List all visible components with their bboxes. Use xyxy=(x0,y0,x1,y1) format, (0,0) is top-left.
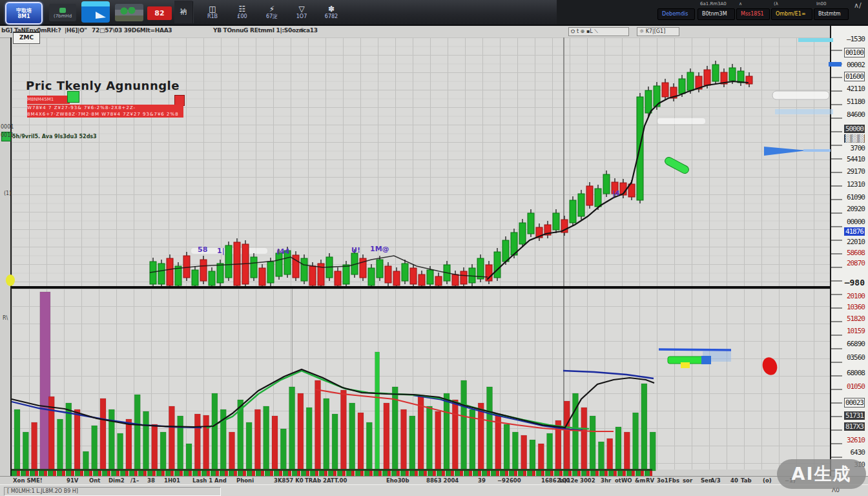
toolbar-separator xyxy=(192,1,194,23)
left-axis-label: R\ xyxy=(3,315,8,321)
toolbar-button-toplabel: In00 xyxy=(816,1,826,6)
time-label: Dim2 xyxy=(108,477,125,484)
market-tile-button[interactable]: (7bmHd xyxy=(49,4,76,21)
menu-segment[interactable]: 72□57\03 39D6MIt=HAA3 xyxy=(92,27,172,34)
toolbar-button-B0tnm3M[interactable]: B0tnm3M xyxy=(698,8,735,20)
price-label: 84600 xyxy=(847,110,865,119)
toolbar-icon-£00[interactable]: ☷£00 xyxy=(229,2,256,23)
menu-toolbox[interactable]: ⛭ t ⊕ ▪L ⟍ xyxy=(568,27,629,36)
ai-watermark: AI生成 xyxy=(777,459,866,489)
price-label: 10159 xyxy=(847,327,865,335)
time-label: Eho30b xyxy=(386,477,409,484)
time-label: (o) xyxy=(763,477,772,484)
time-label: Ont xyxy=(89,477,100,484)
price-label: 20870 xyxy=(847,259,865,267)
red-badge-button[interactable]: 82 xyxy=(147,6,172,20)
baseline-divider xyxy=(12,286,830,289)
price-label: 54410 xyxy=(847,155,865,163)
green-dot-icon xyxy=(59,8,66,13)
legend-text: 5h/9vril5. Ava 9ls3du3 52ds3 xyxy=(12,134,97,140)
price-label: 00002 xyxy=(847,61,865,69)
time-label: −92600 xyxy=(497,477,521,484)
vertical-gridline-minor xyxy=(292,289,293,470)
cjk-tile-button[interactable]: 衲 xyxy=(174,1,192,23)
landscape-icon-button[interactable] xyxy=(115,4,143,21)
volume-baseline xyxy=(12,469,652,471)
trees-icon xyxy=(120,7,137,15)
toolbar-end-glyph: ∧/ xyxy=(854,1,862,10)
price-label: 817X3 xyxy=(844,422,865,431)
price-label: 66890 xyxy=(847,340,865,348)
menu-segment[interactable]: ⑤ xyxy=(300,27,304,34)
time-label: Lash 1 And xyxy=(192,477,227,484)
price-axis-tick-strip xyxy=(831,37,842,484)
time-label: RV xyxy=(646,477,654,484)
price-label: 68008 xyxy=(847,369,865,377)
alert-banner-small: M8NM45M1 xyxy=(27,96,70,104)
time-label: &m xyxy=(635,477,645,484)
price-label: 12310 xyxy=(847,180,865,189)
banner-green-square-icon xyxy=(67,91,79,103)
toolbar-button-Ombm/E1∞[interactable]: Ombm/E1∞ xyxy=(771,8,812,20)
time-label: Phoni xyxy=(236,477,254,484)
left-axis-label: 0001 xyxy=(1,124,14,130)
toolbar-button-Btstmtm[interactable]: Btstmtm xyxy=(814,8,849,20)
time-label: otWO xyxy=(615,477,632,484)
app-logo-line1: 宇取培 xyxy=(16,8,32,14)
time-label: Ser xyxy=(701,477,711,484)
time-label: TRAb 2ATT.00 xyxy=(305,477,347,484)
price-axis-blue-marker xyxy=(829,62,842,67)
toolbar-icon-glyph: ☷ xyxy=(239,5,246,14)
price-label: 03560 xyxy=(847,353,865,362)
chart-title: Pric Tkenly Agnunngle xyxy=(26,79,180,92)
folder-icon-button[interactable] xyxy=(81,1,110,23)
app-logo-button[interactable]: 宇取培 8M1 xyxy=(5,2,43,25)
time-axis[interactable]: Xon SME!91VOntDim2/1–381H01Lash 1 AndPho… xyxy=(0,476,868,485)
price-label: 01050 xyxy=(847,382,865,391)
time-label: 3K857 K0 xyxy=(274,477,304,484)
price-label: 61090 xyxy=(847,193,865,202)
volume-indicator-panel[interactable] xyxy=(12,289,830,470)
left-axis-label: (1) xyxy=(4,191,11,196)
price-label: 29170 xyxy=(847,167,865,176)
toolbar-button-Mss18S1[interactable]: Mss18S1 xyxy=(736,8,770,20)
toolbar-button-toplabel: (λ xyxy=(774,1,778,6)
price-label: 42110 xyxy=(847,85,865,93)
time-label: Xon SME! xyxy=(13,477,43,484)
app-logo-line2: 8M1 xyxy=(17,14,30,19)
menu-toolbox[interactable]: ☼ K7|[G1] xyxy=(637,27,679,36)
time-label: sor xyxy=(683,477,692,484)
price-chart-panel[interactable] xyxy=(12,37,830,287)
price-label: 51820 xyxy=(847,315,865,323)
price-label: 20100 xyxy=(847,292,865,300)
toolbar-icon-label: 67淀 xyxy=(266,14,278,20)
time-label: 3002 xyxy=(580,477,595,484)
toolbar-icon-glyph: ◫ xyxy=(209,5,216,14)
menu-segment[interactable]: |H6]|O" xyxy=(65,27,87,34)
toolbar-icon-label: £00 xyxy=(237,14,247,20)
toolbar-icon-1O7[interactable]: ▽1O7 xyxy=(288,2,315,23)
time-label: 8863 2004 xyxy=(426,477,459,484)
price-label: 20920 xyxy=(847,205,865,213)
toolbar-icon-label: 1O7 xyxy=(296,14,307,20)
toolbar-icon-label: 6782 xyxy=(325,14,338,20)
indicator-legend: 5h/9vril5. Ava 9ls3du3 52ds3 xyxy=(1,132,97,141)
price-label: 3700 xyxy=(851,144,865,152)
toolbar-button-Debemdis[interactable]: Debemdis xyxy=(657,8,695,20)
price-label: 58608 xyxy=(847,249,865,257)
time-label: 3o1 xyxy=(657,477,668,484)
price-label: 32610 xyxy=(847,436,865,444)
red-badge-label: 82 xyxy=(154,9,164,17)
time-label: 40 xyxy=(730,477,738,484)
volume-color-strip xyxy=(12,471,652,476)
toolbar-icon-glyph: ✽ xyxy=(328,5,335,14)
toolbar-icon-R1B[interactable]: ◫R1B xyxy=(199,2,226,23)
time-label: 91V xyxy=(67,477,78,484)
toolbar-button-toplabel: ∧ xyxy=(739,1,742,6)
menu-segment[interactable]: bG] xyxy=(1,27,12,34)
market-tile-label: (7bmHd xyxy=(54,14,72,19)
toolbar-icon-6782[interactable]: ✽6782 xyxy=(318,2,345,23)
toolbar-icon-67淀[interactable]: ⚡67淀 xyxy=(258,2,285,23)
tab-zmc[interactable]: ZMC xyxy=(13,32,40,44)
price-label: 51731 xyxy=(844,411,865,420)
